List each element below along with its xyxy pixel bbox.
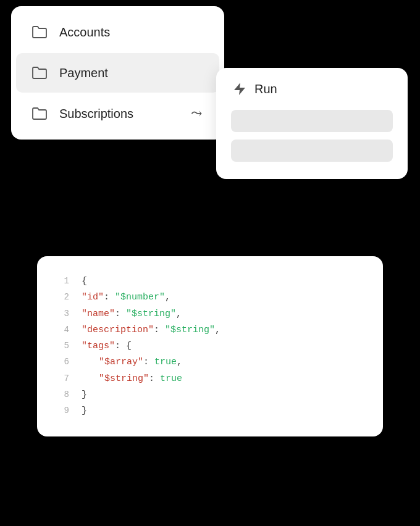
code-content-8: } (82, 387, 368, 403)
code-line-7: 7 "$string": true (52, 371, 368, 387)
run-card: Run (216, 68, 408, 179)
code-line-3: 3 "name": "$string", (52, 306, 368, 322)
code-content-2: "id": "$number", (82, 290, 368, 306)
cursor-icon: ⤳ (191, 106, 202, 122)
run-header: Run (231, 80, 393, 98)
folder-label-accounts: Accounts (59, 25, 110, 40)
code-content-5: "tags": { (82, 338, 368, 354)
code-content-7: "$string": true (82, 371, 368, 387)
folder-label-payment: Payment (59, 66, 108, 80)
run-field-2[interactable] (231, 140, 393, 162)
code-line-2: 2 "id": "$number", (52, 290, 368, 306)
line-num-7: 7 (52, 371, 69, 386)
folder-icon-payment (28, 62, 51, 84)
folder-icon-accounts (28, 21, 51, 43)
line-num-3: 3 (52, 306, 69, 322)
code-content-3: "name": "$string", (82, 306, 368, 322)
code-line-1: 1 { (52, 273, 368, 290)
run-label: Run (254, 82, 277, 96)
code-content-9: } (82, 403, 368, 419)
code-block: 1 { 2 "id": "$number", 3 "name": "$strin… (52, 273, 368, 419)
code-line-4: 4 "description": "$string", (52, 322, 368, 338)
folder-item-subscriptions[interactable]: Subscriptions ⤳ (16, 94, 219, 133)
line-num-5: 5 (52, 338, 69, 354)
line-num-2: 2 (52, 290, 69, 305)
folder-icon-subscriptions (28, 102, 51, 125)
folder-label-subscriptions: Subscriptions (59, 107, 133, 121)
folder-item-accounts[interactable]: Accounts (16, 12, 219, 52)
line-num-6: 6 (52, 354, 69, 370)
code-line-9: 9 } (52, 403, 368, 419)
code-content-6: "$array": true, (82, 354, 368, 370)
line-num-1: 1 (52, 273, 69, 289)
code-editor-card: 1 { 2 "id": "$number", 3 "name": "$strin… (37, 256, 383, 436)
svg-marker-0 (234, 83, 245, 95)
run-field-1[interactable] (231, 110, 393, 132)
code-line-6: 6 "$array": true, (52, 354, 368, 370)
line-num-4: 4 (52, 322, 69, 338)
line-num-9: 9 (52, 403, 69, 419)
bolt-icon (231, 80, 248, 98)
code-content-4: "description": "$string", (82, 322, 368, 338)
code-line-5: 5 "tags": { (52, 338, 368, 354)
folder-item-payment[interactable]: Payment (16, 53, 219, 93)
folder-card: Accounts Payment Subscriptions ⤳ (11, 6, 224, 140)
code-line-8: 8 } (52, 387, 368, 403)
line-num-8: 8 (52, 387, 69, 403)
code-content-1: { (82, 273, 368, 290)
